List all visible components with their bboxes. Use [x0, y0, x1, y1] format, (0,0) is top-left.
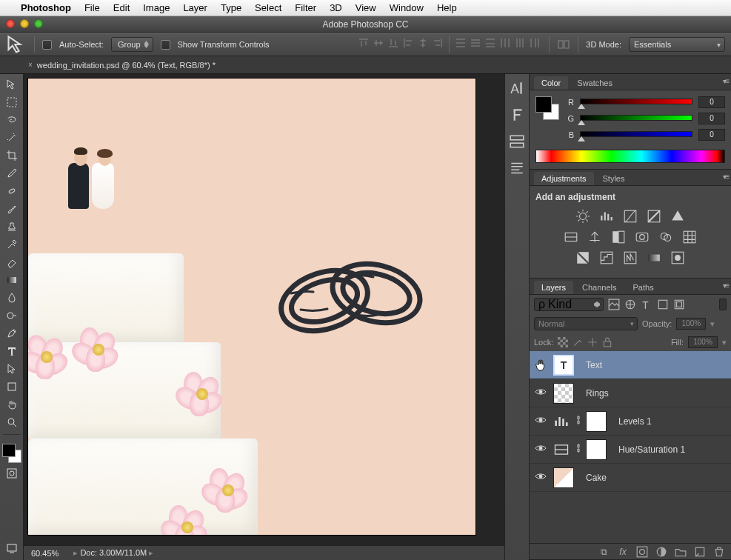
channel-mixer-icon[interactable] [658, 230, 673, 244]
eraser-tool-icon[interactable] [3, 255, 21, 270]
menu-3d[interactable]: 3D [330, 2, 342, 13]
zoom-level[interactable]: 60.45% [31, 549, 59, 558]
distribute-vcenter-icon[interactable] [469, 36, 482, 50]
history-brush-tool-icon[interactable] [3, 237, 21, 252]
window-zoom-button[interactable] [34, 19, 43, 28]
distribute-bottom-icon[interactable] [484, 36, 497, 50]
distribute-right-icon[interactable] [528, 36, 541, 50]
filter-smart-icon[interactable] [673, 299, 685, 310]
layer-visibility-icon[interactable] [534, 416, 547, 427]
gradient-map-icon[interactable] [647, 251, 661, 264]
paths-tab[interactable]: Paths [626, 281, 661, 294]
layer-mask-thumbnail[interactable] [586, 439, 607, 460]
threshold-icon[interactable] [623, 251, 638, 264]
channels-tab[interactable]: Channels [575, 281, 624, 294]
blur-tool-icon[interactable] [3, 290, 21, 305]
selective-color-icon[interactable] [670, 251, 685, 264]
layer-name[interactable]: Text [586, 360, 602, 370]
window-minimize-button[interactable] [20, 19, 29, 28]
panel-menu-icon[interactable]: ▾≡ [723, 281, 728, 290]
b-slider[interactable] [580, 131, 692, 139]
link-layers-icon[interactable]: ⧉ [598, 546, 610, 558]
posterize-icon[interactable] [599, 251, 614, 264]
align-left-icon[interactable] [401, 36, 415, 50]
menu-help[interactable]: Help [437, 2, 457, 13]
lock-pixels-icon[interactable] [573, 337, 583, 347]
layer-style-icon[interactable]: fx [617, 546, 629, 558]
distribute-left-icon[interactable] [498, 36, 512, 50]
magic-wand-tool-icon[interactable] [3, 130, 21, 145]
lock-transparency-icon[interactable] [558, 337, 568, 347]
menu-file[interactable]: File [84, 2, 100, 13]
layer-row[interactable]: Levels 1 [530, 407, 731, 436]
app-menu[interactable]: Photoshop [21, 2, 71, 13]
pen-tool-icon[interactable] [3, 326, 21, 341]
foreground-color-swatch[interactable] [2, 444, 16, 457]
menu-view[interactable]: View [356, 2, 376, 13]
layer-name[interactable]: Rings [586, 388, 609, 399]
filter-toggle[interactable] [719, 299, 727, 310]
blend-mode-dropdown[interactable]: Normal [534, 317, 638, 330]
layer-row[interactable]: Hue/Saturation 1 [530, 436, 731, 464]
show-transform-checkbox[interactable] [161, 40, 170, 50]
layer-thumbnail[interactable]: T [553, 355, 574, 376]
g-value[interactable]: 0 [698, 113, 725, 124]
new-group-icon[interactable] [675, 546, 687, 558]
paragraph-panel-icon[interactable] [509, 107, 525, 123]
dodge-tool-icon[interactable] [3, 308, 21, 323]
layer-visibility-icon[interactable] [534, 444, 547, 455]
filter-type-icon[interactable]: T [641, 299, 652, 310]
document-canvas[interactable] [28, 79, 475, 535]
shape-tool-icon[interactable] [3, 379, 21, 394]
healing-tool-icon[interactable] [3, 184, 21, 199]
b-value[interactable]: 0 [698, 129, 725, 141]
vibrance-icon[interactable] [670, 210, 685, 223]
window-close-button[interactable] [6, 19, 15, 28]
marquee-tool-icon[interactable] [3, 95, 21, 110]
delete-layer-icon[interactable] [713, 546, 725, 558]
layer-row[interactable]: TText [530, 351, 731, 379]
menu-layer[interactable]: Layer [183, 2, 207, 13]
workspace-switcher[interactable]: Essentials [629, 37, 725, 52]
crop-tool-icon[interactable] [3, 148, 21, 163]
curves-icon[interactable] [623, 210, 638, 223]
levels-icon[interactable] [553, 413, 570, 430]
brush-tool-icon[interactable] [3, 201, 21, 216]
menu-type[interactable]: Type [221, 2, 241, 13]
hand-tool-icon[interactable] [3, 397, 21, 412]
layer-link-icon[interactable] [575, 414, 580, 428]
filter-shape-icon[interactable] [657, 299, 669, 310]
panel-menu-icon[interactable]: ▾≡ [723, 173, 728, 181]
levels-icon[interactable] [599, 210, 614, 223]
hue-saturation-icon[interactable] [553, 441, 570, 458]
swatches-tab[interactable]: Swatches [570, 76, 620, 90]
align-bottom-icon[interactable] [387, 36, 400, 50]
panel-menu-icon[interactable]: ▾≡ [723, 77, 728, 85]
black-white-icon[interactable] [611, 230, 626, 244]
color-balance-icon[interactable] [587, 230, 602, 244]
gradient-tool-icon[interactable] [3, 273, 21, 287]
mac-menubar[interactable]: Photoshop File Edit Image Layer Type Sel… [0, 0, 731, 16]
layer-name[interactable]: Hue/Saturation 1 [618, 444, 685, 455]
auto-select-dropdown[interactable]: Group [111, 37, 153, 52]
r-slider[interactable] [580, 99, 692, 106]
auto-align-icon[interactable] [557, 38, 570, 51]
hue-saturation-icon[interactable] [564, 230, 578, 244]
layers-tab[interactable]: Layers [534, 281, 573, 294]
fill-value[interactable]: 100% [688, 336, 718, 348]
path-selection-tool-icon[interactable] [3, 361, 21, 376]
exposure-icon[interactable] [647, 210, 661, 223]
layer-thumbnail[interactable] [553, 383, 574, 404]
new-layer-icon[interactable] [694, 546, 706, 558]
align-right-icon[interactable] [431, 36, 444, 50]
color-panel-swatches[interactable] [535, 96, 559, 120]
lock-all-icon[interactable] [602, 337, 612, 347]
character-panel-icon[interactable]: A [509, 80, 525, 96]
opacity-value[interactable]: 100% [676, 318, 706, 330]
document-tab[interactable]: × wedding_invitation.psd @ 60.4% (Text, … [28, 61, 216, 70]
layer-mask-icon[interactable] [636, 546, 648, 558]
align-top-icon[interactable] [357, 36, 370, 50]
lasso-tool-icon[interactable] [3, 113, 21, 127]
align-hcenter-icon[interactable] [416, 36, 430, 50]
color-spectrum[interactable] [535, 150, 725, 163]
